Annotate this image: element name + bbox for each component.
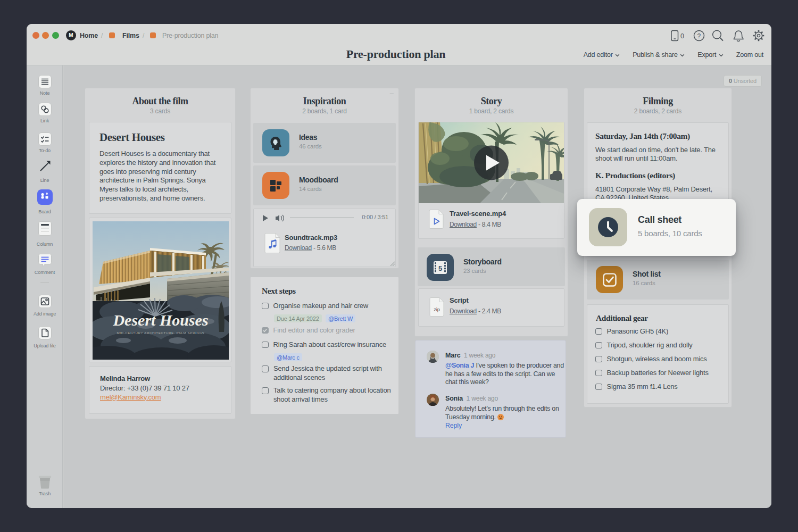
svg-text:zip: zip (434, 307, 440, 312)
svg-text:0: 0 (680, 32, 684, 40)
svg-text:5: 5 (438, 264, 442, 272)
svg-text:MID-CENTURY ARCHITECTURE. PALM: MID-CENTURY ARCHITECTURE. PALM SPRINGS (117, 331, 204, 335)
svg-text:?: ? (697, 32, 701, 40)
svg-text:Desert Houses: Desert Houses (112, 311, 208, 329)
